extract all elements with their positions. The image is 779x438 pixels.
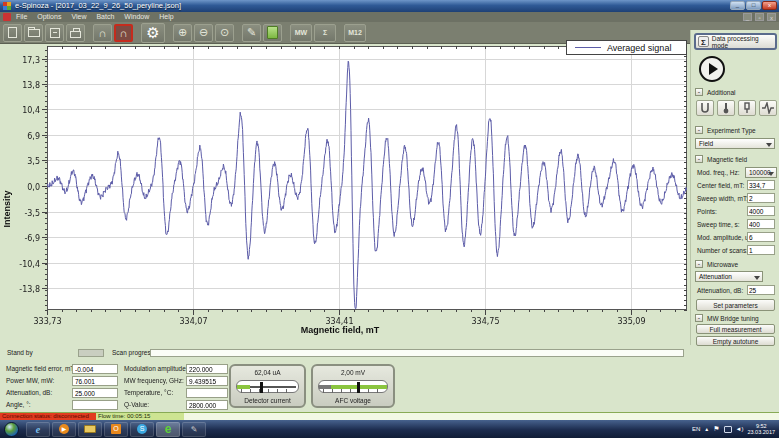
collapse-experiment-button[interactable]: - [695, 126, 703, 134]
sweep-time-input[interactable] [747, 219, 775, 229]
taskbar-item-espinoza[interactable]: e [156, 422, 180, 437]
sweep-width-input[interactable] [747, 193, 775, 203]
language-indicator[interactable]: EN [692, 426, 700, 432]
print-button[interactable] [66, 24, 85, 42]
save-icon [50, 28, 60, 38]
magnet-tool-button[interactable]: ∩ [93, 24, 112, 42]
taskbar-item-explorer[interactable] [78, 422, 102, 437]
menu-help[interactable]: Help [159, 12, 173, 22]
notebook-button[interactable] [263, 24, 282, 42]
scans-input[interactable] [747, 245, 775, 255]
clock[interactable]: 9:52 23.03.2017 [747, 423, 777, 435]
slider-handle[interactable] [260, 382, 263, 393]
collapse-microwave-button[interactable]: - [695, 260, 703, 268]
sum-button[interactable]: Σ [314, 24, 336, 42]
mode-button-label: Data processing mode [712, 35, 775, 49]
minimize-button[interactable]: _ [730, 1, 745, 10]
waveform-icon [761, 102, 775, 114]
mdi-close-button[interactable]: x [767, 13, 776, 21]
taskbar-item-outlook[interactable]: O [104, 422, 128, 437]
afc-voltage-gauge: 2,00 mV AFC voltage [311, 364, 395, 408]
taskbar-item-media-player[interactable]: ▶ [52, 422, 76, 437]
new-file-icon [8, 27, 17, 38]
tray-date: 23.03.2017 [747, 429, 775, 435]
taskbar-item-internet-explorer[interactable]: e [26, 422, 50, 437]
angle-value[interactable] [72, 400, 118, 410]
mod-freq-select[interactable]: 100000 [745, 167, 777, 178]
attenuation-readout-value[interactable] [72, 388, 118, 398]
mod-amplitude-input[interactable] [747, 232, 775, 242]
empty-autotune-button[interactable]: Empty autotune [696, 336, 775, 346]
center-field-input[interactable] [747, 180, 775, 190]
zoom-out-icon: ⊖ [199, 26, 208, 39]
mdi-minimize-button[interactable]: _ [743, 13, 752, 21]
start-button[interactable] [699, 56, 725, 82]
network-icon[interactable] [724, 426, 732, 433]
afc-voltage-slider[interactable] [318, 380, 388, 393]
q-value-value[interactable] [186, 400, 228, 410]
mod-freq-label: Mod. freq., Hz: [697, 169, 740, 176]
menu-window[interactable]: Window [124, 12, 149, 22]
slider-handle[interactable] [357, 382, 360, 393]
menu-options[interactable]: Options [37, 12, 61, 22]
magnet-icon: ∩ [99, 27, 107, 39]
zoom-in-icon: ⊕ [178, 26, 187, 39]
magnet-tool-active-button[interactable]: ∩ [114, 24, 133, 42]
readout-row: MW frequency, GHz: [124, 376, 230, 386]
spectrum-plot[interactable] [0, 44, 690, 345]
temperature-label: Temperature, °C: [124, 389, 173, 396]
mw-button[interactable]: MW [290, 24, 312, 42]
taskbar-item-skype[interactable]: S [130, 422, 154, 437]
center-field-row: Center field, mT: [697, 180, 777, 191]
temperature-button[interactable] [717, 100, 735, 116]
zoom-reset-button[interactable]: ⊙ [215, 24, 234, 42]
temperature-value[interactable] [186, 388, 228, 398]
menu-file[interactable]: File [16, 12, 27, 22]
m12-button[interactable]: M12 [344, 24, 366, 42]
slider-ticks [241, 389, 294, 393]
probe-button[interactable] [738, 100, 756, 116]
edit-button[interactable]: ✎ [242, 24, 261, 42]
collapse-additional-button[interactable]: - [695, 88, 703, 96]
sample-position-button[interactable] [696, 100, 714, 116]
detector-current-slider[interactable] [236, 380, 299, 393]
y-axis-title: Intensity [2, 179, 12, 239]
restore-button[interactable]: □ [746, 1, 761, 10]
magnetic-field-header: - Magnetic field [695, 155, 747, 163]
taskbar-item-tools[interactable]: ✎ [182, 422, 206, 437]
close-button[interactable]: x [762, 1, 777, 10]
experiment-type-select[interactable]: Field [695, 138, 775, 149]
zoom-in-button[interactable]: ⊕ [173, 24, 192, 42]
zoom-out-button[interactable]: ⊖ [194, 24, 213, 42]
q-value-label: Q-Value: [124, 401, 149, 408]
collapse-bridge-button[interactable]: - [695, 314, 703, 322]
full-measurement-button[interactable]: Full measurement [696, 324, 775, 334]
power-mw-value[interactable] [72, 376, 118, 386]
standby-progressbar [78, 349, 104, 357]
open-file-button[interactable] [24, 24, 43, 42]
mw-frequency-value[interactable] [186, 376, 228, 386]
hidden-icons-arrow[interactable]: ▲ [704, 426, 709, 432]
field-error-value[interactable] [72, 364, 118, 374]
mod-amplitude-readout-value[interactable] [186, 364, 228, 374]
settings-button[interactable]: ⚙ [141, 23, 165, 43]
new-file-button[interactable] [3, 24, 22, 42]
signal-button[interactable] [759, 100, 777, 116]
collapse-magnetic-button[interactable]: - [695, 155, 703, 163]
title-bar: e-Spinoza - [2017_03_22_9_26_50_peryline… [0, 0, 779, 12]
save-button[interactable] [45, 24, 64, 42]
set-parameters-button[interactable]: Set parameters [696, 299, 775, 311]
flag-icon[interactable]: ⚑ [713, 425, 719, 433]
additional-title: Additional [707, 89, 736, 96]
volume-icon[interactable]: ◄) [736, 426, 744, 432]
points-input[interactable] [747, 206, 775, 216]
menu-bar: File Options View Batch Window Help _ ▫ … [0, 12, 779, 22]
mdi-restore-button[interactable]: ▫ [755, 13, 764, 21]
menu-batch[interactable]: Batch [96, 12, 114, 22]
data-processing-mode-button[interactable]: Σ Data processing mode [694, 33, 777, 50]
espinoza-icon: e [165, 422, 172, 436]
microwave-mode-select[interactable]: Attenuation [695, 271, 763, 282]
start-button[interactable] [4, 422, 19, 437]
attenuation-input[interactable] [747, 285, 775, 295]
menu-view[interactable]: View [71, 12, 86, 22]
